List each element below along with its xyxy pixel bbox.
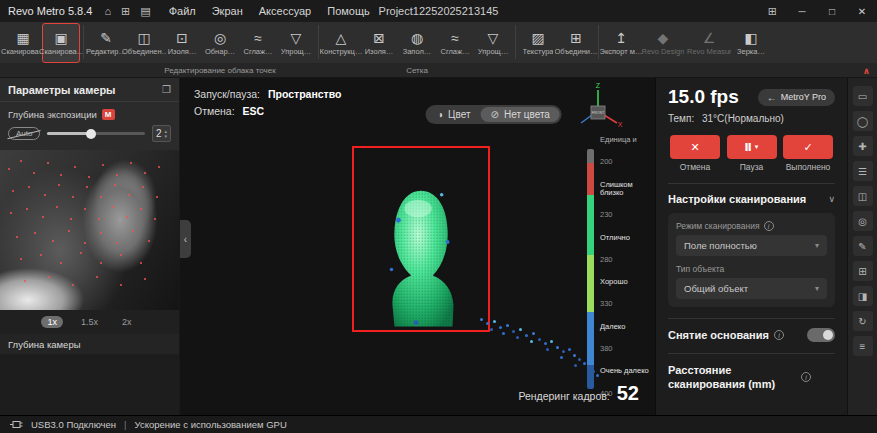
menu-accessory[interactable]: Аксессуар	[259, 5, 312, 17]
exposure-value: 2	[156, 128, 162, 139]
depth-histogram-bar	[587, 149, 594, 389]
exposure-slider[interactable]	[47, 132, 144, 135]
isolate-icon: ⊡	[176, 30, 188, 46]
ribbon-export-button[interactable]: ↥ Экспорт м…	[602, 23, 640, 63]
exposure-slider-knob[interactable]	[86, 129, 96, 139]
auto-exposure-toggle[interactable]: Auto	[8, 127, 40, 140]
scan-distance-label: Расстояние сканирования (mm)	[668, 363, 796, 392]
tool-menu[interactable]: ☰	[853, 161, 873, 181]
complete-scan-button[interactable]: ✓	[783, 135, 833, 159]
ribbon-texture-button[interactable]: ▨ Текстура	[519, 23, 557, 63]
scan-control-panel: 15.0 fps ← MetroY Pro Темп: 31°C(Нормаль…	[655, 78, 847, 415]
apps-grid-icon[interactable]: ⊞	[758, 5, 787, 18]
ribbon-fill-holes-button[interactable]: ◍ Запол…	[398, 23, 436, 63]
ribbon-button-label: Зерка…	[737, 47, 765, 56]
titlebar: Revo Metro 5.8.4 ⌂ ⊞ ▤ Файл Экран Аксесс…	[0, 0, 877, 22]
gizmo-z-label: Z	[596, 82, 601, 89]
view-tools-toolbar: ▭ ◯ ✚ ☰ ◫ ◎ ✎ ⊞ ◨ ↻ ≡	[847, 78, 877, 415]
menu-help[interactable]: Помощь	[327, 5, 370, 17]
exposure-value-stepper[interactable]: 2 ▴ ▾	[152, 125, 171, 142]
legend-zone-very-far: Очень далеко	[600, 367, 651, 375]
ribbon-mesh-isolate-button[interactable]: ⊠ Изоля…	[360, 23, 398, 63]
gizmo-front-label: FRONT	[592, 111, 605, 115]
ribbon-detect-button[interactable]: ◎ Обнар…	[201, 23, 239, 63]
collapse-ribbon-icon[interactable]: ∧	[863, 66, 870, 76]
tool-grid-view[interactable]: ⊞	[853, 261, 873, 281]
viewport-canvas[interactable]: Запуск/пауза: Пространство Отмена: ESC ◑…	[180, 78, 655, 415]
tool-rect-select[interactable]: ▭	[853, 86, 873, 106]
home-icon[interactable]: ⌂	[104, 5, 111, 18]
color-option-label: Цвет	[448, 109, 470, 120]
scan-settings-section[interactable]: Настройки сканирования ∨	[668, 193, 835, 205]
tool-circle-select[interactable]: ◯	[853, 111, 873, 131]
info-icon[interactable]: i	[774, 330, 784, 340]
shortcut-hints: Запуск/пауза: Пространство Отмена: ESC	[194, 86, 341, 120]
left-panel-filler	[0, 354, 179, 415]
tool-target-view[interactable]: ◎	[853, 211, 873, 231]
ribbon-merge-models-button[interactable]: ⊞ Объедини…	[557, 23, 595, 63]
split-view-icon: ◫	[858, 191, 867, 202]
pause-scan-button[interactable]: Ⅱ ▾	[727, 135, 777, 159]
gallery-icon[interactable]: ▤	[140, 5, 150, 18]
ribbon-revo-measure-button[interactable]: ∠ Revo Measure	[686, 23, 732, 63]
menu-file[interactable]: Файл	[169, 5, 196, 17]
ribbon-mesh-smooth-button[interactable]: ≈ Сглаж…	[436, 23, 474, 63]
ribbon-separator	[83, 25, 84, 59]
ribbon-button-label: Сглаж…	[440, 47, 469, 56]
back-arrow-icon: ←	[767, 92, 777, 103]
tool-reset-view[interactable]: ↻	[853, 311, 873, 331]
stepper-down-icon[interactable]: ▾	[164, 134, 167, 139]
ribbon-construct-mesh-button[interactable]: △ Конструкц…	[322, 23, 360, 63]
minimize-button[interactable]: ─	[787, 0, 817, 22]
ribbon-button-label: Изоля…	[365, 47, 394, 56]
close-button[interactable]: ✕	[847, 0, 877, 22]
ribbon-scan-button[interactable]: ▣ Сканирова…	[42, 23, 80, 63]
plus-icon: ✚	[858, 141, 866, 152]
tool-settings[interactable]: ≡	[853, 336, 873, 356]
collapse-left-panel-tab[interactable]: ‹	[180, 220, 191, 258]
isolate-mesh-icon: ⊠	[373, 30, 385, 46]
menu-screen[interactable]: Экран	[212, 5, 243, 17]
hint-value: Пространство	[268, 88, 342, 100]
pause-dropdown-icon[interactable]: ▾	[755, 143, 759, 151]
detect-icon: ◎	[214, 30, 226, 46]
ribbon-scan-new-button[interactable]: ▦ Сканирова…	[4, 23, 42, 63]
hint-key: Отмена:	[194, 105, 235, 117]
hint-key: Запуск/пауза:	[194, 88, 260, 100]
complete-label: Выполнено	[786, 162, 831, 172]
base-removal-toggle[interactable]	[807, 328, 835, 342]
ribbon-simplify-button[interactable]: ▽ Упрощ…	[277, 23, 315, 63]
new-project-icon[interactable]: ⊞	[121, 5, 130, 18]
orientation-gizmo[interactable]: Z X FRONT	[573, 82, 623, 134]
no-color-option[interactable]: ⊘ Нет цвета	[481, 107, 560, 122]
ribbon-merge-button[interactable]: ◫ Объединен…	[125, 23, 163, 63]
maximize-button[interactable]: □	[817, 0, 847, 22]
ir-projector-dots	[0, 150, 2, 152]
cancel-scan-button[interactable]: ✕	[670, 135, 720, 159]
zoom-1x-button[interactable]: 1x	[41, 316, 63, 328]
ribbon-mirror-button[interactable]: ◧ Зерка…	[732, 23, 770, 63]
zoom-2x-button[interactable]: 2x	[116, 316, 138, 328]
ribbon-edit-button[interactable]: ✎ Редактир…	[87, 23, 125, 63]
color-option[interactable]: ◑ Цвет	[427, 107, 480, 122]
fill-holes-icon: ◍	[411, 30, 423, 46]
ribbon-smooth-button[interactable]: ≈ Сглаж…	[239, 23, 277, 63]
ribbon-isolate-button[interactable]: ⊡ Изоля…	[163, 23, 201, 63]
depth-camera-caption: Глубина камеры	[0, 334, 179, 354]
ribbon-revo-design-button[interactable]: ◆ Revo Design	[640, 23, 686, 63]
device-button[interactable]: ← MetroY Pro	[758, 89, 835, 106]
gizmo-x-label: X	[618, 121, 623, 128]
ribbon-mesh-simplify-button[interactable]: ▽ Упрощ…	[474, 23, 512, 63]
tool-annotate[interactable]: ✎	[853, 236, 873, 256]
circle-select-icon: ◯	[857, 116, 868, 127]
tool-shade-view[interactable]: ◨	[853, 286, 873, 306]
object-type-select[interactable]: Общий объект ▾	[676, 278, 827, 299]
zoom-1-5x-button[interactable]: 1.5x	[75, 316, 104, 328]
scan-settings-title: Настройки сканирования	[668, 193, 806, 205]
scan-mode-select[interactable]: Поле полностью ▾	[676, 235, 827, 256]
tool-split-view[interactable]: ◫	[853, 186, 873, 206]
info-icon[interactable]: i	[764, 221, 774, 231]
info-icon[interactable]: i	[801, 372, 811, 382]
tool-add[interactable]: ✚	[853, 136, 873, 156]
detach-panel-icon[interactable]: ❐	[162, 84, 171, 95]
